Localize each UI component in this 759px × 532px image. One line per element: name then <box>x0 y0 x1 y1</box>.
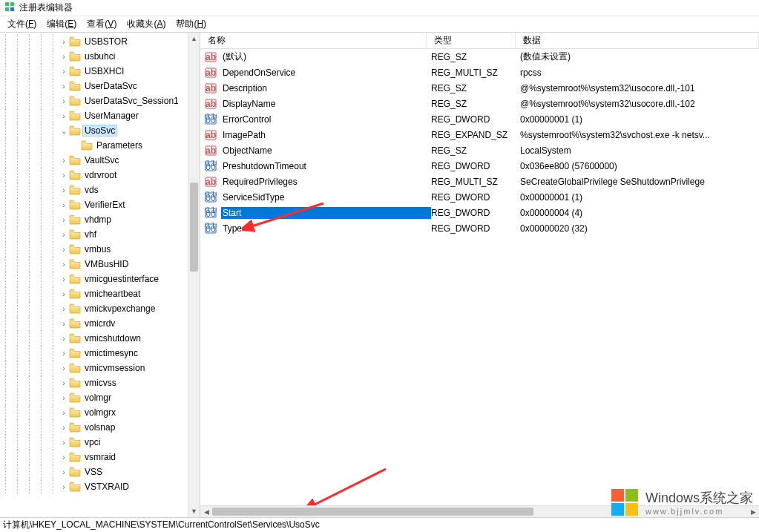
expander-icon[interactable]: › <box>59 68 68 76</box>
tree-item[interactable]: ›vhdmp <box>0 212 200 227</box>
string-value-icon <box>205 145 217 157</box>
expander-icon[interactable]: › <box>59 424 68 432</box>
value-row[interactable]: ServiceSidTypeREG_DWORD0x00000001 (1) <box>200 189 759 205</box>
tree-item[interactable]: ›VaultSvc <box>0 153 200 168</box>
menu-item-4[interactable]: 帮助(H) <box>171 16 211 32</box>
tree-item[interactable]: Parameters <box>0 138 200 153</box>
tree-item[interactable]: ›VSS <box>0 464 200 479</box>
value-row[interactable]: StartREG_DWORD0x00000004 (4) <box>200 205 759 220</box>
expander-icon[interactable]: › <box>59 320 68 328</box>
tree-item[interactable]: ›vmicvmsession <box>0 361 200 375</box>
expander-icon[interactable]: › <box>59 364 68 372</box>
list-horizontal-scrollbar[interactable]: ◀ ▶ <box>200 505 759 517</box>
tree-item[interactable]: ›vds <box>0 183 200 197</box>
expander-icon[interactable]: › <box>59 275 68 283</box>
expander-icon[interactable]: ⌄ <box>59 127 68 135</box>
expander-icon[interactable]: › <box>59 216 68 224</box>
menu-item-1[interactable]: 编辑(E) <box>42 16 81 32</box>
expander-icon[interactable]: › <box>59 409 68 417</box>
expander-icon[interactable]: › <box>59 483 68 491</box>
tree-item[interactable]: ›vmicvss <box>0 375 200 390</box>
value-row[interactable]: ObjectNameREG_SZLocalSystem <box>200 142 759 158</box>
expander-icon[interactable]: › <box>59 349 68 358</box>
column-header-data[interactable]: 数据 <box>516 33 759 49</box>
tree-item[interactable]: ›USBXHCI <box>0 64 200 79</box>
tree-item[interactable]: ›vmicheartbeat <box>0 286 200 301</box>
expander-icon[interactable]: › <box>59 453 68 462</box>
tree-item[interactable]: ›vmictimesync <box>0 346 200 361</box>
tree-item[interactable]: ›vmbus <box>0 242 200 257</box>
hscroll-thumb[interactable] <box>212 508 533 516</box>
menu-item-2[interactable]: 查看(V) <box>82 16 121 32</box>
expander-icon[interactable]: › <box>59 231 68 239</box>
registry-tree[interactable]: ›USBSTOR›usbuhci›USBXHCI›UserDataSvc›Use… <box>0 33 200 494</box>
tree-item[interactable]: ›USBSTOR <box>0 34 200 49</box>
value-row[interactable]: DisplayNameREG_SZ@%systemroot%\system32\… <box>200 96 759 111</box>
value-row[interactable]: ImagePathREG_EXPAND_SZ%systemroot%\syste… <box>200 127 759 142</box>
value-row[interactable]: PreshutdownTimeoutREG_DWORD0x036ee800 (5… <box>200 158 759 174</box>
expander-icon[interactable]: › <box>59 335 68 343</box>
hscroll-track[interactable] <box>212 506 747 517</box>
expander-icon[interactable]: › <box>59 38 68 46</box>
expander-icon[interactable]: › <box>59 394 68 402</box>
scroll-thumb[interactable] <box>190 183 198 272</box>
expander-icon[interactable]: › <box>59 112 68 120</box>
values-list[interactable]: (默认)REG_SZ(数值未设置)DependOnServiceREG_MULT… <box>200 49 759 236</box>
column-header-name[interactable]: 名称 <box>200 33 427 49</box>
value-name: ImagePath <box>221 129 431 141</box>
tree-item[interactable]: ›vmickvpexchange <box>0 301 200 316</box>
tree-item[interactable]: ›vmicrdv <box>0 316 200 331</box>
expander-icon[interactable]: › <box>59 97 68 105</box>
tree-item[interactable]: ›vhf <box>0 227 200 242</box>
tree-item[interactable]: ›volsnap <box>0 420 200 435</box>
tree-item[interactable]: ›VMBusHID <box>0 257 200 272</box>
tree-item[interactable]: ⌄UsoSvc <box>0 123 200 138</box>
scroll-down-button[interactable]: ▼ <box>188 505 200 517</box>
expander-icon[interactable]: › <box>59 246 68 254</box>
tree-item[interactable]: ›UserDataSvc <box>0 79 200 93</box>
expander-icon[interactable]: › <box>59 201 68 209</box>
expander-icon[interactable]: › <box>59 379 68 387</box>
tree-item[interactable]: ›vmicguestinterface <box>0 272 200 286</box>
value-row[interactable]: TypeREG_DWORD0x00000020 (32) <box>200 220 759 236</box>
scroll-up-button[interactable]: ▲ <box>188 33 200 45</box>
tree-item[interactable]: ›usbuhci <box>0 49 200 64</box>
value-type: REG_MULTI_SZ <box>431 177 520 187</box>
scroll-track[interactable] <box>188 45 200 505</box>
expander-icon[interactable]: › <box>59 468 68 476</box>
tree-item[interactable]: ›UserDataSvc_Session1 <box>0 93 200 108</box>
expander-icon[interactable]: › <box>59 82 68 91</box>
expander-icon[interactable]: › <box>59 157 68 165</box>
expander-icon[interactable]: › <box>59 186 68 194</box>
value-row[interactable]: DependOnServiceREG_MULTI_SZrpcss <box>200 65 759 80</box>
menu-item-3[interactable]: 收藏夹(A) <box>122 16 170 32</box>
value-row[interactable]: RequiredPrivilegesREG_MULTI_SZSeCreateGl… <box>200 174 759 189</box>
tree-item[interactable]: ›VerifierExt <box>0 197 200 212</box>
tree-item[interactable]: ›VSTXRAID <box>0 479 200 494</box>
tree-item[interactable]: ›vpci <box>0 435 200 450</box>
scroll-right-button[interactable]: ▶ <box>747 506 759 517</box>
list-header: 名称 类型 数据 <box>200 33 759 49</box>
menu-item-0[interactable]: 文件(F) <box>3 16 41 32</box>
tree-item[interactable]: ›vdrvroot <box>0 168 200 183</box>
svg-line-14 <box>312 469 386 506</box>
tree-item[interactable]: ›vmicshutdown <box>0 331 200 346</box>
value-row[interactable]: DescriptionREG_SZ@%systemroot%\system32\… <box>200 80 759 96</box>
tree-item[interactable]: ›vsmraid <box>0 450 200 464</box>
tree-item[interactable]: ›UserManager <box>0 108 200 123</box>
scroll-left-button[interactable]: ◀ <box>200 506 212 517</box>
value-data: 0x00000004 (4) <box>520 208 759 218</box>
tree-item[interactable]: ›volmgr <box>0 390 200 405</box>
tree-item[interactable]: ›volmgrx <box>0 405 200 420</box>
value-row[interactable]: ErrorControlREG_DWORD0x00000001 (1) <box>200 111 759 127</box>
expander-icon[interactable]: › <box>59 260 68 269</box>
expander-icon[interactable]: › <box>59 439 68 447</box>
expander-icon[interactable]: › <box>59 290 68 298</box>
expander-icon[interactable]: › <box>59 305 68 313</box>
value-row[interactable]: (默认)REG_SZ(数值未设置) <box>200 49 759 65</box>
expander-icon[interactable]: › <box>59 171 68 180</box>
value-name: Type <box>221 223 431 234</box>
tree-vertical-scrollbar[interactable]: ▲ ▼ <box>188 33 200 517</box>
column-header-type[interactable]: 类型 <box>427 33 516 49</box>
expander-icon[interactable]: › <box>59 53 68 61</box>
